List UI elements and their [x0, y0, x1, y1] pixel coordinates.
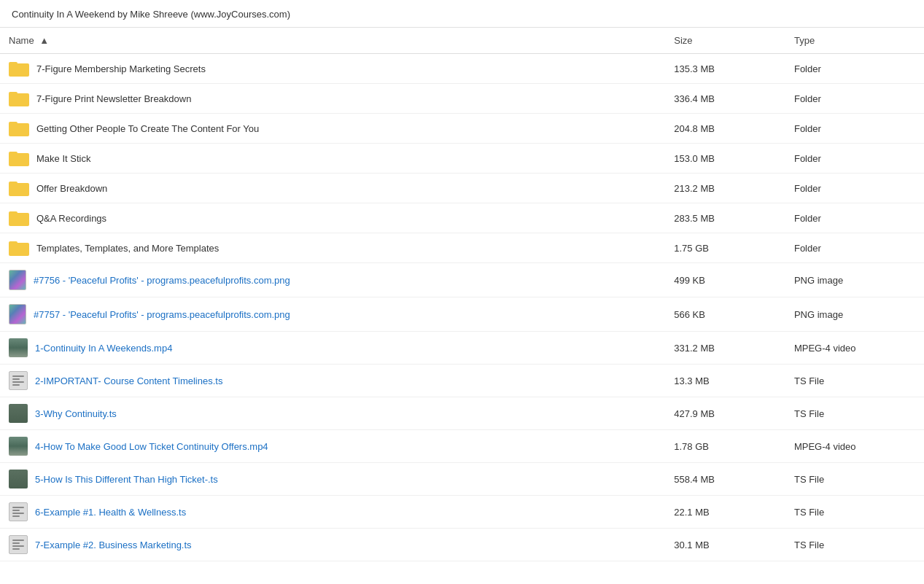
- folder-icon: [9, 240, 29, 256]
- type-cell: Folder: [785, 233, 924, 263]
- png-icon: [9, 304, 26, 324]
- table-row[interactable]: Q&A Recordings 283.5 MB Folder: [0, 203, 924, 233]
- size-cell: 331.2 MB: [665, 332, 785, 365]
- ts-video-icon: [9, 470, 28, 488]
- table-row[interactable]: #7756 - 'Peaceful Profits' - programs.pe…: [0, 263, 924, 297]
- size-cell: 1.78 GB: [665, 430, 785, 463]
- table-row[interactable]: 2-IMPORTANT- Course Content Timelines.ts…: [0, 365, 924, 397]
- file-link[interactable]: 3-Why Continuity.ts: [35, 408, 117, 419]
- type-cell: MPEG-4 video: [785, 430, 924, 463]
- name-cell: #7756 - 'Peaceful Profits' - programs.pe…: [0, 263, 665, 297]
- name-cell: 4-How To Make Good Low Ticket Continuity…: [0, 430, 665, 463]
- column-header-type[interactable]: Type: [785, 28, 924, 54]
- type-cell: TS File: [785, 496, 924, 529]
- size-cell: 283.5 MB: [665, 203, 785, 233]
- table-row[interactable]: Getting Other People To Create The Conte…: [0, 114, 924, 144]
- table-row[interactable]: Templates, Templates, and More Templates…: [0, 233, 924, 263]
- page-title: Continuity In A Weekend by Mike Shreeve …: [0, 0, 924, 28]
- table-row[interactable]: Make It Stick 153.0 MB Folder: [0, 144, 924, 174]
- size-cell: 22.1 MB: [665, 496, 785, 529]
- name-cell: 7-Figure Membership Marketing Secrets: [0, 54, 665, 84]
- size-cell: 1.75 GB: [665, 233, 785, 263]
- name-cell: 3-Why Continuity.ts: [0, 397, 665, 430]
- size-cell: 427.9 MB: [665, 397, 785, 430]
- folder-icon: [9, 61, 29, 77]
- file-name: Offer Breakdown: [36, 183, 107, 194]
- table-row[interactable]: 1-Continuity In A Weekends.mp4 331.2 MB …: [0, 332, 924, 365]
- size-cell: 30.1 MB: [665, 529, 785, 561]
- sort-arrow-icon: ▲: [39, 35, 49, 46]
- table-header-row: Name ▲ Size Type: [0, 28, 924, 54]
- table-row[interactable]: Offer Breakdown 213.2 MB Folder: [0, 174, 924, 203]
- table-row[interactable]: 5-How Is This Different Than High Ticket…: [0, 463, 924, 496]
- file-table: Name ▲ Size Type 7-Figure Membership Mar…: [0, 28, 924, 561]
- name-cell: 2-IMPORTANT- Course Content Timelines.ts: [0, 365, 665, 397]
- name-cell: Q&A Recordings: [0, 203, 665, 233]
- name-cell: 7-Figure Print Newsletter Breakdown: [0, 84, 665, 114]
- column-header-size[interactable]: Size: [665, 28, 785, 54]
- table-row[interactable]: 4-How To Make Good Low Ticket Continuity…: [0, 430, 924, 463]
- table-row[interactable]: #7757 - 'Peaceful Profits' - programs.pe…: [0, 297, 924, 332]
- folder-icon: [9, 210, 29, 226]
- file-name: 7-Figure Membership Marketing Secrets: [36, 63, 206, 74]
- size-cell: 336.4 MB: [665, 84, 785, 114]
- folder-icon: [9, 90, 29, 106]
- size-cell: 204.8 MB: [665, 114, 785, 144]
- folder-icon: [9, 120, 29, 136]
- file-link[interactable]: 2-IMPORTANT- Course Content Timelines.ts: [35, 375, 222, 386]
- file-link[interactable]: 6-Example #1. Health & Wellness.ts: [35, 507, 186, 518]
- type-cell: Folder: [785, 114, 924, 144]
- folder-icon: [9, 150, 29, 166]
- size-cell: 566 KB: [665, 297, 785, 332]
- file-name: Getting Other People To Create The Conte…: [36, 123, 259, 134]
- file-name: Templates, Templates, and More Templates: [36, 243, 219, 254]
- folder-icon: [9, 180, 29, 196]
- column-header-name[interactable]: Name ▲: [0, 28, 665, 54]
- size-cell: 558.4 MB: [665, 463, 785, 496]
- type-cell: Folder: [785, 54, 924, 84]
- file-name: 7-Figure Print Newsletter Breakdown: [36, 93, 191, 104]
- name-cell: 5-How Is This Different Than High Ticket…: [0, 463, 665, 496]
- type-cell: Folder: [785, 203, 924, 233]
- size-cell: 499 KB: [665, 263, 785, 297]
- name-cell: 7-Example #2. Business Marketing.ts: [0, 529, 665, 561]
- type-cell: TS File: [785, 365, 924, 397]
- type-cell: TS File: [785, 529, 924, 561]
- file-link[interactable]: #7756 - 'Peaceful Profits' - programs.pe…: [34, 275, 290, 286]
- size-cell: 13.3 MB: [665, 365, 785, 397]
- table-row[interactable]: 7-Figure Print Newsletter Breakdown 336.…: [0, 84, 924, 114]
- size-cell: 153.0 MB: [665, 144, 785, 174]
- ts-doc-icon: [9, 502, 28, 521]
- file-link[interactable]: #7757 - 'Peaceful Profits' - programs.pe…: [34, 309, 290, 320]
- file-link[interactable]: 7-Example #2. Business Marketing.ts: [35, 540, 192, 550]
- type-cell: PNG image: [785, 297, 924, 332]
- name-cell: 1-Continuity In A Weekends.mp4: [0, 332, 665, 365]
- name-cell: #7757 - 'Peaceful Profits' - programs.pe…: [0, 297, 665, 332]
- size-cell: 213.2 MB: [665, 174, 785, 203]
- ts-video-icon: [9, 404, 28, 423]
- type-cell: Folder: [785, 144, 924, 174]
- file-name: Q&A Recordings: [36, 213, 106, 224]
- type-cell: MPEG-4 video: [785, 332, 924, 365]
- mp4-icon: [9, 338, 28, 357]
- size-cell: 135.3 MB: [665, 54, 785, 84]
- file-link[interactable]: 5-How Is This Different Than High Ticket…: [35, 474, 218, 485]
- ts-doc-icon: [9, 371, 28, 390]
- type-cell: PNG image: [785, 263, 924, 297]
- name-cell: Templates, Templates, and More Templates: [0, 233, 665, 263]
- type-cell: TS File: [785, 463, 924, 496]
- type-cell: TS File: [785, 397, 924, 430]
- type-cell: Folder: [785, 84, 924, 114]
- name-cell: Make It Stick: [0, 144, 665, 174]
- file-link[interactable]: 1-Continuity In A Weekends.mp4: [35, 343, 172, 354]
- table-row[interactable]: 7-Example #2. Business Marketing.ts 30.1…: [0, 529, 924, 561]
- name-cell: 6-Example #1. Health & Wellness.ts: [0, 496, 665, 529]
- file-link[interactable]: 4-How To Make Good Low Ticket Continuity…: [35, 441, 268, 452]
- ts-doc-icon: [9, 535, 28, 554]
- mp4-icon: [9, 437, 28, 456]
- table-row[interactable]: 6-Example #1. Health & Wellness.ts 22.1 …: [0, 496, 924, 529]
- png-icon: [9, 270, 26, 290]
- file-name: Make It Stick: [36, 153, 90, 164]
- table-row[interactable]: 3-Why Continuity.ts 427.9 MB TS File: [0, 397, 924, 430]
- table-row[interactable]: 7-Figure Membership Marketing Secrets 13…: [0, 54, 924, 84]
